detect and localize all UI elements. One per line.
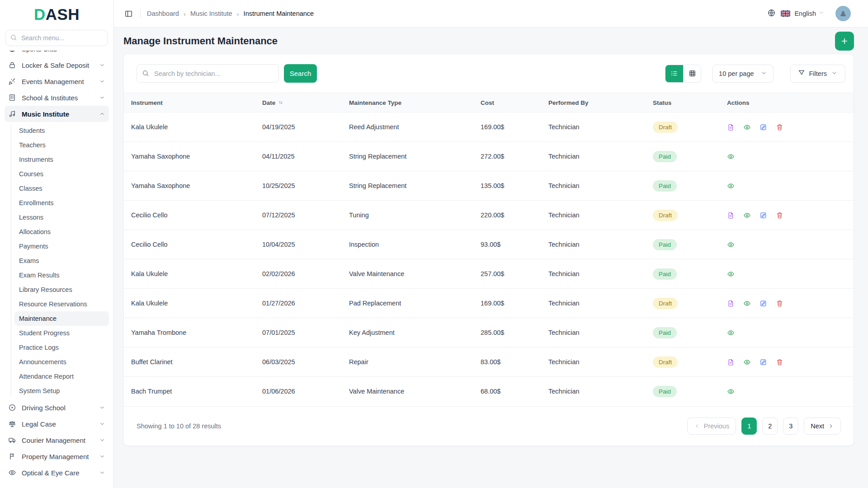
sidebar-subitem-students[interactable]: Students: [14, 123, 109, 138]
delete-action-button[interactable]: [776, 123, 783, 131]
list-view-button[interactable]: [665, 65, 683, 82]
cell-maintenance-type: Inspection: [342, 230, 473, 259]
eye-icon: [727, 182, 735, 190]
chevron-down-icon: [99, 78, 105, 84]
sidebar-subitem-lessons[interactable]: Lessons: [14, 210, 109, 225]
filters-button[interactable]: Filters: [790, 65, 845, 83]
column-header-performed-by: Performed By: [541, 93, 646, 113]
invoice-action-button[interactable]: [727, 211, 735, 219]
cell-maintenance-type: String Replacement: [342, 171, 473, 201]
sidebar-item-sports-club[interactable]: Sports Club: [5, 51, 109, 57]
sidebar-subitem-exam-results[interactable]: Exam Results: [14, 268, 109, 282]
avatar[interactable]: [835, 6, 851, 21]
sidebar-item-school-institutes[interactable]: School & Institutes: [5, 89, 109, 106]
technician-search-input[interactable]: [137, 64, 279, 83]
sidebar-subitem-teachers[interactable]: Teachers: [14, 138, 109, 152]
truck-icon: [8, 436, 16, 444]
view-action-button[interactable]: [727, 241, 735, 249]
per-page-select[interactable]: 10 per page: [712, 65, 773, 83]
invoice-action-button[interactable]: [727, 300, 735, 307]
plus-icon: [840, 37, 849, 46]
table-row: Kala Ukulele02/02/2026Valve Maintenance2…: [124, 259, 854, 289]
sidebar-subitem-system-setup[interactable]: System Setup: [14, 384, 109, 398]
sidebar-subitem-attendance-report[interactable]: Attendance Report: [14, 369, 109, 384]
chevron-down-icon: [99, 94, 105, 101]
sidebar-item-locker-safe-deposit[interactable]: Locker & Safe Deposit: [5, 57, 109, 73]
delete-action-button[interactable]: [776, 300, 783, 307]
sidebar-item-events-management[interactable]: Events Management: [5, 73, 109, 89]
delete-action-button[interactable]: [776, 211, 783, 219]
edit-action-button[interactable]: [760, 358, 767, 366]
edit-action-button[interactable]: [760, 300, 767, 307]
sidebar-subitem-student-progress[interactable]: Student Progress: [14, 326, 109, 340]
column-header-label: Cost: [481, 99, 494, 106]
view-action-button[interactable]: [727, 329, 735, 337]
globe-icon[interactable]: [767, 9, 776, 19]
cell-actions: [720, 142, 854, 171]
sidebar-subitem-allocations[interactable]: Allocations: [14, 225, 109, 239]
sidebar-item-label: Sports Club: [22, 51, 57, 53]
sidebar-item-courier-management[interactable]: Courier Management: [5, 432, 109, 448]
page-button-1[interactable]: 1: [741, 418, 757, 435]
view-action-button[interactable]: [727, 388, 735, 395]
sidebar-subitem-instruments[interactable]: Instruments: [14, 152, 109, 167]
search-button[interactable]: Search: [284, 64, 317, 83]
column-header-label: Performed By: [548, 99, 589, 106]
cell-status: Paid: [646, 142, 720, 171]
sidebar-search-input[interactable]: [5, 30, 108, 46]
cell-date: 10/04/2025: [255, 230, 342, 259]
edit-action-button[interactable]: [760, 211, 767, 219]
edit-icon: [760, 211, 767, 219]
app-root: DASH Sports ClubLocker & Safe DepositEve…: [0, 0, 868, 488]
sidebar-subitem-payments[interactable]: Payments: [14, 239, 109, 253]
breadcrumb-music-institute[interactable]: Music Institute: [190, 10, 232, 17]
sidebar-subitem-classes[interactable]: Classes: [14, 181, 109, 196]
view-action-button[interactable]: [727, 270, 735, 278]
view-action-button[interactable]: [743, 211, 751, 219]
next-page-button[interactable]: Next: [804, 418, 841, 435]
sidebar-subitem-announcements[interactable]: Announcements: [14, 355, 109, 369]
language-selector[interactable]: English: [794, 10, 816, 17]
sidebar-item-optical-eye-care[interactable]: Optical & Eye Care: [5, 465, 109, 481]
search-icon: [10, 34, 17, 43]
building-icon: [8, 94, 16, 102]
sidebar-subitem-maintenance[interactable]: Maintenance: [14, 311, 109, 326]
sidebar-subitem-library-resources[interactable]: Library Resources: [14, 282, 109, 297]
sidebar-subitem-resource-reservations[interactable]: Resource Reservations: [14, 297, 109, 311]
invoice-action-button[interactable]: [727, 358, 735, 366]
cell-status: Paid: [646, 171, 720, 201]
add-maintenance-button[interactable]: [835, 32, 854, 51]
table-row: Cecilio Cello10/04/2025Inspection93.00$T…: [124, 230, 854, 259]
column-header-date[interactable]: Date: [255, 93, 342, 113]
view-action-button[interactable]: [727, 153, 735, 160]
invoice-action-button[interactable]: [727, 123, 735, 131]
sidebar-subitem-courses[interactable]: Courses: [14, 167, 109, 181]
breadcrumb-dashboard[interactable]: Dashboard: [147, 10, 179, 17]
company-logo-icon: [839, 9, 848, 18]
sidebar-item-label: Legal Case: [22, 420, 56, 428]
sidebar-item-driving-school[interactable]: Driving School: [5, 399, 109, 416]
sidebar-subitem-enrollments[interactable]: Enrollments: [14, 196, 109, 210]
sidebar-item-property-management[interactable]: Property Management: [5, 448, 109, 465]
page-button-3[interactable]: 3: [783, 418, 798, 435]
cell-instrument: Kala Ukulele: [124, 289, 255, 318]
view-action-button[interactable]: [743, 300, 751, 307]
sidebar-subitem-exams[interactable]: Exams: [14, 253, 109, 268]
previous-page-button[interactable]: Previous: [687, 418, 736, 435]
view-action-button[interactable]: [727, 182, 735, 190]
cell-instrument: Kala Ukulele: [124, 113, 255, 142]
page-button-2[interactable]: 2: [762, 418, 778, 435]
grid-view-button[interactable]: [683, 65, 701, 82]
sidebar-item-music-institute[interactable]: Music Institute: [5, 106, 109, 122]
sidebar-toggle-button[interactable]: [123, 9, 134, 19]
sidebar-subitem-practice-logs[interactable]: Practice Logs: [14, 340, 109, 355]
sidebar-item-label: Property Management: [22, 453, 89, 460]
column-header-label: Status: [653, 99, 671, 106]
sidebar-item-legal-case[interactable]: Legal Case: [5, 416, 109, 432]
view-action-button[interactable]: [743, 123, 751, 131]
cell-cost: 68.00$: [473, 377, 541, 406]
edit-action-button[interactable]: [760, 123, 767, 131]
view-action-button[interactable]: [743, 358, 751, 366]
cell-performed-by: Technician: [541, 377, 646, 406]
delete-action-button[interactable]: [776, 358, 783, 366]
